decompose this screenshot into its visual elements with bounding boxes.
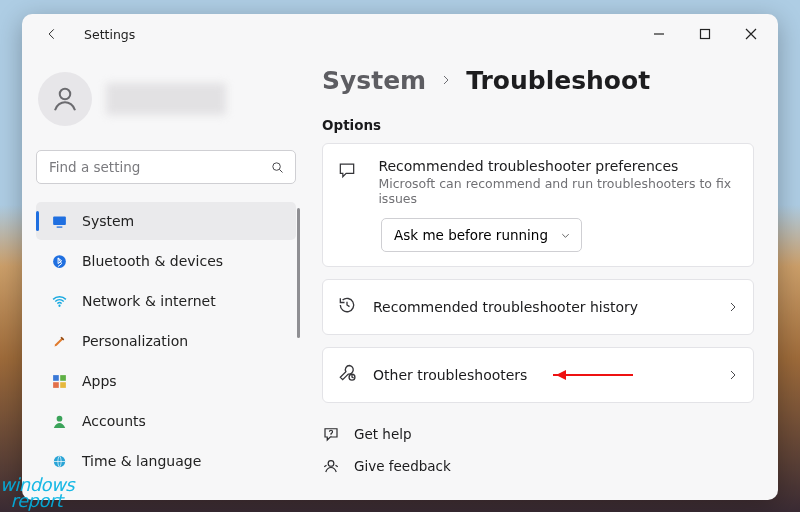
- feedback-label: Give feedback: [354, 458, 451, 474]
- globe-icon: [50, 452, 68, 470]
- search-input[interactable]: [49, 159, 270, 175]
- nav-label: System: [82, 213, 134, 229]
- get-help-link[interactable]: Get help: [322, 425, 754, 443]
- troubleshooter-history-card[interactable]: Recommended troubleshooter history: [322, 279, 754, 335]
- chevron-right-icon: [727, 366, 739, 385]
- help-label: Get help: [354, 426, 412, 442]
- chevron-right-icon: [727, 298, 739, 317]
- avatar: [38, 72, 92, 126]
- annotation-arrow: [553, 374, 633, 376]
- nav-item-network[interactable]: Network & internet: [36, 282, 296, 320]
- svg-point-2: [273, 162, 281, 170]
- titlebar: Settings: [22, 14, 778, 54]
- sidebar: System Bluetooth & devices Network & int…: [22, 54, 310, 500]
- wifi-icon: [50, 292, 68, 310]
- history-icon: [337, 295, 357, 319]
- chat-bubble-icon: [337, 158, 362, 184]
- maximize-button[interactable]: [686, 20, 724, 48]
- nav-item-system[interactable]: System: [36, 202, 296, 240]
- pref-subtitle: Microsoft can recommend and run troubles…: [378, 176, 737, 206]
- window-title: Settings: [84, 27, 135, 42]
- card-label: Other troubleshooters: [373, 367, 527, 383]
- pref-title: Recommended troubleshooter preferences: [378, 158, 737, 174]
- nav-item-personalization[interactable]: Personalization: [36, 322, 296, 360]
- svg-rect-10: [60, 382, 66, 388]
- chevron-down-icon: [560, 230, 571, 241]
- nav: System Bluetooth & devices Network & int…: [36, 202, 296, 480]
- breadcrumb: System Troubleshoot: [322, 66, 754, 95]
- section-label: Options: [322, 117, 754, 133]
- svg-rect-7: [53, 375, 59, 381]
- nav-label: Network & internet: [82, 293, 216, 309]
- bluetooth-icon: [50, 252, 68, 270]
- settings-window: Settings System: [22, 14, 778, 500]
- main-content: System Troubleshoot Options Recommended …: [310, 54, 778, 500]
- svg-point-1: [60, 89, 71, 100]
- nav-label: Accounts: [82, 413, 146, 429]
- recommended-preferences-card: Recommended troubleshooter preferences M…: [322, 143, 754, 267]
- watermark: windows report: [0, 477, 74, 508]
- svg-point-11: [56, 415, 62, 421]
- feedback-icon: [322, 457, 340, 475]
- nav-label: Apps: [82, 373, 117, 389]
- nav-label: Bluetooth & devices: [82, 253, 223, 269]
- svg-rect-3: [53, 216, 66, 225]
- window-controls: [640, 20, 770, 48]
- account-header[interactable]: [36, 54, 296, 144]
- nav-item-apps[interactable]: Apps: [36, 362, 296, 400]
- help-links: Get help Give feedback: [322, 425, 754, 475]
- svg-point-14: [330, 436, 331, 437]
- minimize-button[interactable]: [640, 20, 678, 48]
- feedback-link[interactable]: Give feedback: [322, 457, 754, 475]
- person-icon: [50, 412, 68, 430]
- search-box[interactable]: [36, 150, 296, 184]
- svg-rect-8: [60, 375, 66, 381]
- svg-rect-0: [701, 30, 710, 39]
- close-button[interactable]: [732, 20, 770, 48]
- search-icon: [270, 160, 285, 175]
- wrench-icon: [337, 363, 357, 387]
- breadcrumb-leaf: Troubleshoot: [466, 66, 650, 95]
- nav-item-time-language[interactable]: Time & language: [36, 442, 296, 480]
- nav-label: Personalization: [82, 333, 188, 349]
- breadcrumb-root[interactable]: System: [322, 66, 426, 95]
- nav-scrollbar[interactable]: [297, 208, 300, 338]
- chevron-right-icon: [440, 71, 452, 90]
- svg-point-5: [53, 255, 66, 268]
- system-icon: [50, 212, 68, 230]
- dropdown-value: Ask me before running: [394, 227, 548, 243]
- other-troubleshooters-card[interactable]: Other troubleshooters: [322, 347, 754, 403]
- svg-rect-9: [53, 382, 59, 388]
- help-icon: [322, 425, 340, 443]
- nav-item-accounts[interactable]: Accounts: [36, 402, 296, 440]
- pref-dropdown[interactable]: Ask me before running: [381, 218, 582, 252]
- back-button[interactable]: [38, 20, 66, 48]
- svg-rect-4: [56, 226, 62, 227]
- apps-icon: [50, 372, 68, 390]
- card-label: Recommended troubleshooter history: [373, 299, 638, 315]
- svg-point-6: [58, 304, 60, 306]
- account-name-redacted: [106, 83, 226, 115]
- nav-label: Time & language: [82, 453, 201, 469]
- svg-point-15: [328, 461, 334, 467]
- nav-item-bluetooth[interactable]: Bluetooth & devices: [36, 242, 296, 280]
- brush-icon: [50, 332, 68, 350]
